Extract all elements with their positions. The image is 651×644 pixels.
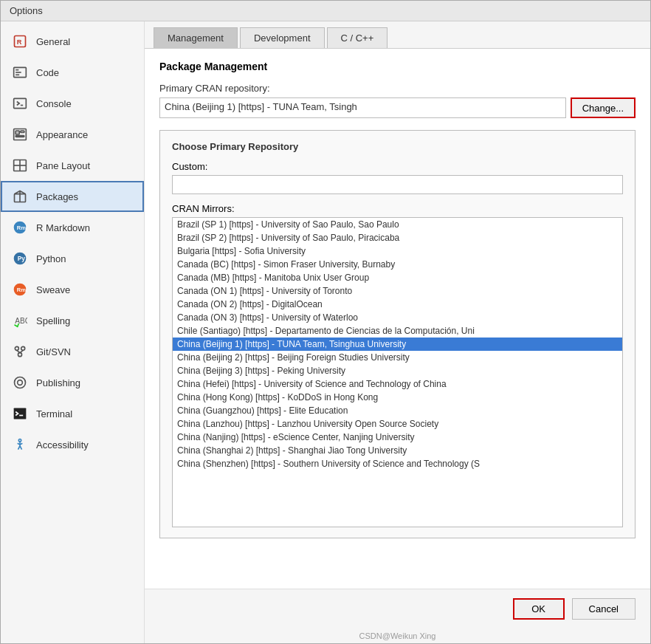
sidebar-item-appearance[interactable]: Appearance (1, 119, 144, 150)
sidebar-item-terminal[interactable]: Terminal (1, 398, 144, 429)
sidebar-item-label-terminal: Terminal (36, 408, 72, 419)
svg-point-33 (18, 439, 21, 442)
mirror-item[interactable]: Canada (MB) [https] - Manitoba Unix User… (173, 271, 622, 284)
mirror-item[interactable]: China (Beijing 1) [https] - TUNA Team, T… (173, 338, 622, 351)
repo-input[interactable]: China (Beijing 1) [https] - TUNA Team, T… (159, 97, 566, 118)
main-content: RGeneralCodeConsoleAppearancePane Layout… (1, 21, 650, 643)
cran-mirrors-label: CRAN Mirrors: (172, 203, 623, 214)
mirror-item[interactable]: China (Shenzhen) [https] - Southern Univ… (173, 457, 622, 470)
publishing-icon (11, 374, 29, 391)
sidebar-item-label-console: Console (36, 98, 72, 109)
svg-line-36 (20, 446, 22, 450)
tab-development[interactable]: Development (240, 27, 325, 48)
options-window: Options RGeneralCodeConsoleAppearancePan… (0, 0, 651, 644)
mirror-item[interactable]: Brazil (SP 2) [https] - University of Sa… (173, 231, 622, 244)
sidebar-item-spelling[interactable]: ABCSpelling (1, 305, 144, 336)
svg-point-29 (15, 377, 26, 388)
sidebar-item-label-general: General (36, 36, 70, 47)
sidebar-item-console[interactable]: Console (1, 88, 144, 119)
sidebar-item-label-appearance: Appearance (36, 129, 88, 140)
packages-icon (11, 188, 29, 205)
svg-point-26 (18, 353, 22, 357)
git-icon (11, 343, 29, 360)
tab-management[interactable]: Management (154, 27, 238, 48)
mirror-item[interactable]: Bulgaria [https] - Sofia University (173, 244, 622, 258)
choose-repo-title: Choose Primary Repository (172, 141, 623, 152)
sidebar-item-publishing[interactable]: Publishing (1, 367, 144, 398)
mirrors-list-container: Brazil (SP 1) [https] - University of Sa… (172, 217, 623, 527)
svg-point-25 (21, 346, 25, 350)
mirror-item[interactable]: Canada (ON 1) [https] - University of To… (173, 284, 622, 298)
mirror-item[interactable]: China (Beijing 2) [https] - Beijing Fore… (173, 351, 622, 364)
sidebar-item-sweave[interactable]: RmdSweave (1, 274, 144, 305)
sidebar-item-label-git-svn: Git/SVN (36, 346, 71, 357)
mirror-item[interactable]: Canada (ON 2) [https] - DigitalOcean (173, 298, 622, 311)
accessibility-icon (11, 436, 29, 453)
mirror-item[interactable]: China (Shanghai 2) [https] - Shanghai Ji… (173, 444, 622, 457)
sidebar-item-code[interactable]: Code (1, 57, 144, 88)
svg-text:Rmd: Rmd (17, 225, 27, 231)
svg-rect-10 (21, 131, 24, 133)
sidebar-item-label-publishing: Publishing (36, 377, 80, 388)
window-title: Options (10, 5, 43, 16)
sidebar-item-label-packages: Packages (36, 191, 78, 202)
svg-rect-9 (16, 131, 19, 134)
ok-button[interactable]: OK (513, 598, 565, 620)
right-panel: ManagementDevelopmentC / C++ Package Man… (145, 21, 650, 643)
sidebar: RGeneralCodeConsoleAppearancePane Layout… (1, 21, 145, 643)
custom-label: Custom: (172, 161, 623, 172)
panel-content: Package Management Primary CRAN reposito… (145, 49, 650, 589)
sidebar-item-pane-layout[interactable]: Pane Layout (1, 150, 144, 181)
repo-label: Primary CRAN repository: (159, 83, 636, 94)
code-icon (11, 64, 29, 81)
sidebar-item-general[interactable]: RGeneral (1, 26, 144, 57)
sidebar-item-r-markdown[interactable]: RmdR Markdown (1, 212, 144, 243)
mirror-item[interactable]: China (Nanjing) [https] - eScience Cente… (173, 431, 622, 444)
svg-point-30 (18, 380, 23, 386)
mirrors-list[interactable]: Brazil (SP 1) [https] - University of Sa… (173, 218, 622, 527)
pane-icon (11, 157, 29, 174)
mirror-item[interactable]: Canada (ON 3) [https] - University of Wa… (173, 311, 622, 324)
mirror-item[interactable]: Brazil (SP 1) [https] - University of Sa… (173, 218, 622, 231)
mirror-item[interactable]: China (Beijing 3) [https] - Peking Unive… (173, 364, 622, 377)
terminal-icon (11, 405, 29, 422)
sidebar-item-label-spelling: Spelling (36, 315, 70, 326)
sidebar-item-label-sweave: Sweave (36, 284, 70, 295)
mirror-item[interactable]: Chile (Santiago) [https] - Departamento … (173, 324, 622, 338)
svg-line-28 (20, 350, 23, 352)
cancel-button[interactable]: Cancel (572, 598, 636, 620)
rmd-icon: Rmd (11, 219, 29, 236)
mirror-item[interactable]: China (Lanzhou) [https] - Lanzhou Univer… (173, 417, 622, 431)
svg-rect-31 (14, 408, 27, 419)
svg-text:ABC: ABC (15, 317, 27, 325)
tabs-bar: ManagementDevelopmentC / C++ (145, 21, 650, 49)
change-button[interactable]: Change... (571, 97, 636, 118)
mirror-item[interactable]: China (Hefei) [https] - University of Sc… (173, 377, 622, 391)
mirror-item[interactable]: Canada (BC) [https] - Simon Fraser Unive… (173, 258, 622, 271)
watermark: CSDN@Weikun Xing (145, 628, 650, 643)
sidebar-item-packages[interactable]: Packages (1, 181, 144, 212)
svg-point-24 (15, 346, 18, 350)
tab-cpp[interactable]: C / C++ (327, 27, 388, 48)
sidebar-item-label-accessibility: Accessibility (36, 439, 89, 451)
titlebar: Options (1, 1, 650, 21)
python-icon: Py (11, 250, 29, 267)
sidebar-item-git-svn[interactable]: Git/SVN (1, 336, 144, 367)
sidebar-item-python[interactable]: PyPython (1, 243, 144, 274)
sidebar-item-label-python: Python (36, 253, 66, 264)
svg-text:R: R (17, 38, 22, 46)
sweave-icon: Rmd (11, 281, 29, 298)
svg-text:Rmd: Rmd (17, 287, 27, 293)
sidebar-item-label-pane-layout: Pane Layout (36, 160, 90, 171)
choose-repo-panel: Choose Primary Repository Custom: CRAN M… (159, 130, 636, 538)
svg-rect-11 (16, 136, 24, 137)
custom-input[interactable] (172, 175, 623, 194)
mirror-item[interactable]: China (Guangzhou) [https] - Elite Educat… (173, 404, 622, 417)
svg-text:Py: Py (18, 255, 26, 262)
dialog-footer: OK Cancel (145, 589, 650, 628)
sidebar-item-accessibility[interactable]: Accessibility (1, 429, 144, 460)
spelling-icon: ABC (11, 312, 29, 329)
sidebar-item-label-r-markdown: R Markdown (36, 222, 90, 233)
appearance-icon (11, 126, 29, 143)
mirror-item[interactable]: China (Hong Kong) [https] - KoDDoS in Ho… (173, 391, 622, 404)
